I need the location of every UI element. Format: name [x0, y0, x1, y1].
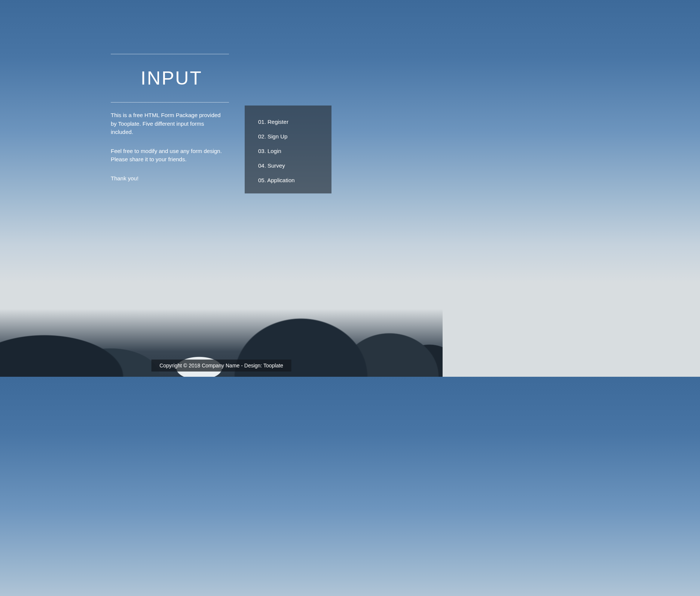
description-paragraph-2: Feel free to modify and use any form des…: [111, 147, 223, 164]
nav-item-signup[interactable]: 02. Sign Up: [258, 129, 318, 144]
nav-list: 01. Register 02. Sign Up 03. Login 04. S…: [258, 114, 318, 187]
description-block: This is a free HTML Form Package provide…: [111, 111, 223, 193]
nav-panel: 01. Register 02. Sign Up 03. Login 04. S…: [245, 106, 331, 193]
nav-item-register[interactable]: 01. Register: [258, 114, 318, 129]
footer-copyright-text: Copyright © 2018 Company Name - Design:: [159, 363, 263, 369]
main-container: INPUT This is a free HTML Form Package p…: [0, 0, 443, 377]
nav-item-application[interactable]: 05. Application: [258, 173, 318, 187]
page-title: INPUT: [141, 67, 229, 89]
nav-item-login[interactable]: 03. Login: [258, 144, 318, 158]
nav-item-survey[interactable]: 04. Survey: [258, 158, 318, 173]
footer-design-link[interactable]: Tooplate: [263, 363, 283, 369]
title-box: INPUT: [111, 54, 229, 103]
description-paragraph-3: Thank you!: [111, 174, 223, 183]
footer: Copyright © 2018 Company Name - Design: …: [151, 360, 291, 372]
description-paragraph-1: This is a free HTML Form Package provide…: [111, 111, 223, 137]
